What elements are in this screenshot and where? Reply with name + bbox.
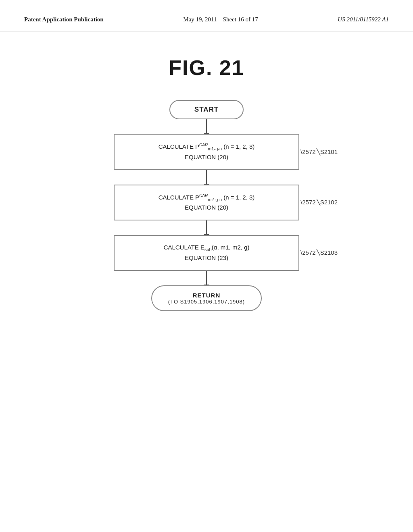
return-title: RETURN bbox=[168, 292, 245, 299]
start-label: START bbox=[194, 106, 219, 113]
arrow-2 bbox=[206, 170, 207, 185]
flowchart: START CALCULATE PCARm1-g-n (n = 1, 2, 3)… bbox=[94, 100, 319, 311]
main-content: FIG. 21 START CALCULATE PCARm1-g-n (n = … bbox=[0, 31, 413, 311]
step-s2102-label: ╲S2102 bbox=[300, 199, 338, 206]
step-s2102-box: CALCULATE PCARm2-g-n (n = 1, 2, 3) EQUAT… bbox=[114, 185, 299, 221]
m2-sub-2: m2-g-n bbox=[208, 197, 222, 202]
sub-sub: sub bbox=[204, 247, 212, 252]
return-label: RETURN (TO S1905,1906,1907,1908) bbox=[168, 292, 245, 305]
step-s2103-box: CALCULATE Esub(α, m1, m2, g) EQUATION (2… bbox=[114, 235, 299, 271]
return-node: RETURN (TO S1905,1906,1907,1908) bbox=[151, 285, 262, 311]
step-s2102-formula: CALCULATE PCARm2-g-n (n = 1, 2, 3) bbox=[127, 193, 286, 203]
start-box: START bbox=[169, 100, 244, 119]
step-s2101-box: CALCULATE PCARm1-g-n (n = 1, 2, 3) EQUAT… bbox=[114, 134, 299, 170]
m1-sub-1: m1-g-n bbox=[208, 146, 222, 151]
step-s2101-formula: CALCULATE PCARm1-g-n (n = 1, 2, 3) bbox=[127, 142, 286, 152]
page-header: Patent Application Publication May 19, 2… bbox=[0, 0, 413, 31]
arrow-1 bbox=[206, 119, 207, 134]
step-s2103-formula: CALCULATE Esub(α, m1, m2, g) bbox=[127, 243, 286, 253]
car-sup-1: CAR bbox=[199, 143, 208, 147]
publication-date-sheet: May 19, 2011 Sheet 16 of 17 bbox=[183, 16, 258, 23]
publication-title: Patent Application Publication bbox=[24, 16, 104, 23]
step-s2102-equation: EQUATION (20) bbox=[127, 203, 286, 212]
arrow-4 bbox=[206, 271, 207, 285]
step-s2103-label: ╲S2103 bbox=[300, 249, 338, 256]
step-s2103-wrapper: CALCULATE Esub(α, m1, m2, g) EQUATION (2… bbox=[114, 235, 299, 271]
return-subtitle: (TO S1905,1906,1907,1908) bbox=[168, 299, 245, 305]
arrow-3 bbox=[206, 220, 207, 235]
start-node: START bbox=[169, 100, 244, 119]
step-s2102-wrapper: CALCULATE PCARm2-g-n (n = 1, 2, 3) EQUAT… bbox=[114, 185, 299, 221]
figure-title: FIG. 21 bbox=[169, 56, 244, 80]
sheet-info: Sheet 16 of 17 bbox=[223, 16, 258, 23]
publication-date: May 19, 2011 bbox=[183, 16, 217, 23]
return-box: RETURN (TO S1905,1906,1907,1908) bbox=[151, 285, 262, 311]
step-s2101-equation: EQUATION (20) bbox=[127, 152, 286, 162]
step-s2101-wrapper: CALCULATE PCARm1-g-n (n = 1, 2, 3) EQUAT… bbox=[114, 134, 299, 170]
step-s2101-label: ╲S2101 bbox=[300, 148, 338, 156]
car-sup-2: CAR bbox=[199, 193, 208, 198]
publication-number: US 2011/0115922 A1 bbox=[338, 16, 389, 23]
step-s2103-equation: EQUATION (23) bbox=[127, 253, 286, 263]
